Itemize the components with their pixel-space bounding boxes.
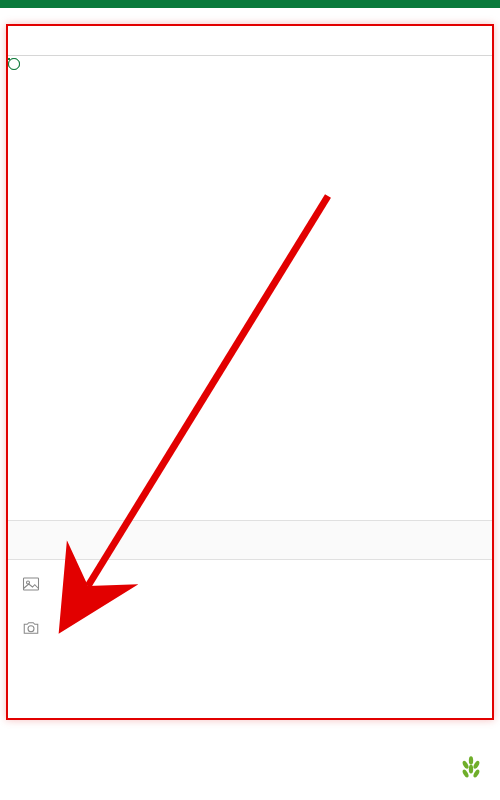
wheat-icon — [458, 754, 484, 780]
camera-icon — [22, 619, 40, 637]
svg-point-9 — [472, 769, 480, 779]
svg-point-7 — [469, 765, 473, 774]
svg-point-1 — [27, 581, 30, 584]
spreadsheet-grid[interactable] — [8, 58, 492, 516]
watermark — [458, 754, 490, 780]
svg-point-5 — [462, 760, 470, 770]
svg-point-6 — [472, 760, 480, 770]
photo-icon — [22, 575, 40, 593]
svg-rect-0 — [24, 578, 39, 590]
annotation-frame — [6, 24, 494, 720]
svg-point-8 — [462, 769, 470, 779]
option-photo[interactable] — [8, 562, 492, 606]
svg-point-2 — [28, 626, 34, 632]
bottom-sheet-header — [8, 520, 492, 560]
svg-point-4 — [469, 756, 473, 765]
formula-bar[interactable] — [8, 26, 492, 56]
option-camera[interactable] — [8, 606, 492, 650]
